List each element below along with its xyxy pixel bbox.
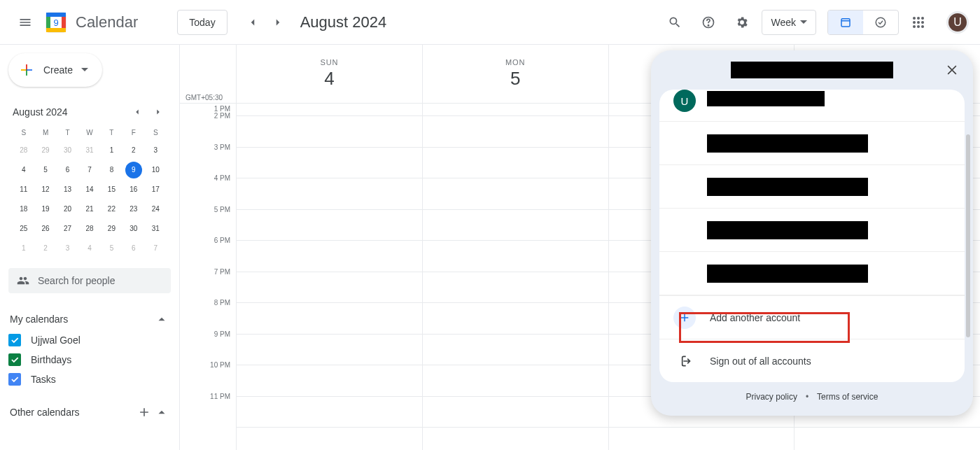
- mini-day[interactable]: 24: [147, 201, 164, 218]
- mini-day[interactable]: 19: [37, 201, 54, 218]
- tasks-view-toggle[interactable]: [863, 10, 898, 34]
- calendar-item[interactable]: Tasks: [8, 373, 171, 386]
- apps-button[interactable]: [904, 8, 932, 36]
- mini-day[interactable]: 31: [147, 220, 164, 237]
- mini-day[interactable]: 16: [125, 181, 142, 198]
- time-slot[interactable]: [423, 303, 608, 335]
- time-slot[interactable]: [423, 148, 608, 179]
- mini-day[interactable]: 6: [125, 240, 142, 257]
- mini-day[interactable]: 31: [81, 142, 98, 159]
- calendar-checkbox[interactable]: [8, 353, 21, 366]
- mini-day[interactable]: 13: [59, 181, 76, 198]
- support-button[interactable]: [694, 8, 722, 36]
- popup-scrollbar[interactable]: [966, 134, 970, 337]
- mini-day[interactable]: 4: [81, 240, 98, 257]
- create-button[interactable]: Create: [8, 53, 102, 87]
- time-slot[interactable]: [237, 335, 422, 366]
- mini-day[interactable]: 9: [125, 162, 142, 178]
- mini-day[interactable]: 20: [59, 201, 76, 218]
- mini-day[interactable]: 14: [81, 181, 98, 198]
- mini-day[interactable]: 30: [125, 220, 142, 237]
- time-slot[interactable]: [423, 104, 608, 116]
- mini-day[interactable]: 23: [125, 201, 142, 218]
- account-row[interactable]: [659, 252, 965, 295]
- account-row[interactable]: [659, 122, 965, 165]
- sign-out-button[interactable]: Sign out of all accounts: [659, 339, 965, 382]
- day-header[interactable]: MON5: [422, 45, 608, 103]
- add-account-button[interactable]: Add another account: [659, 295, 965, 339]
- mini-day[interactable]: 4: [15, 162, 32, 178]
- mini-day[interactable]: 30: [59, 142, 76, 159]
- time-slot[interactable]: [237, 116, 422, 148]
- mini-day[interactable]: 29: [103, 220, 120, 237]
- account-row[interactable]: [659, 209, 965, 252]
- mini-day[interactable]: 21: [81, 201, 98, 218]
- mini-day[interactable]: 12: [37, 181, 54, 198]
- today-button[interactable]: Today: [177, 10, 227, 35]
- mini-day[interactable]: 3: [147, 142, 164, 159]
- calendar-checkbox[interactable]: [8, 373, 21, 386]
- mini-day[interactable]: 1: [15, 240, 32, 257]
- calendar-item[interactable]: Ujjwal Goel: [8, 334, 171, 346]
- mini-day[interactable]: 7: [147, 240, 164, 257]
- mini-day[interactable]: 11: [15, 181, 32, 198]
- prev-week-button[interactable]: [241, 11, 264, 34]
- mini-day[interactable]: 28: [15, 142, 32, 159]
- mini-day[interactable]: 5: [103, 240, 120, 257]
- mini-day[interactable]: 22: [103, 201, 120, 218]
- time-slot[interactable]: [237, 272, 422, 304]
- settings-button[interactable]: [728, 8, 756, 36]
- mini-day[interactable]: 18: [15, 201, 32, 218]
- day-column[interactable]: [236, 104, 422, 450]
- mini-day[interactable]: 3: [59, 240, 76, 257]
- account-row[interactable]: [659, 165, 965, 209]
- account-row-current[interactable]: U: [659, 90, 965, 122]
- popup-close-button[interactable]: [942, 60, 962, 80]
- time-slot[interactable]: [423, 178, 608, 210]
- mini-day[interactable]: 1: [103, 142, 120, 159]
- time-slot[interactable]: [423, 116, 608, 148]
- mini-day[interactable]: 28: [81, 220, 98, 237]
- mini-day[interactable]: 7: [81, 162, 98, 178]
- calendar-checkbox[interactable]: [8, 334, 21, 346]
- main-menu-button[interactable]: [11, 8, 39, 36]
- time-slot[interactable]: [237, 397, 422, 428]
- calendar-item[interactable]: Birthdays: [8, 353, 171, 366]
- time-slot[interactable]: [423, 397, 608, 428]
- plus-icon[interactable]: [137, 405, 151, 419]
- time-slot[interactable]: [237, 365, 422, 397]
- time-slot[interactable]: [423, 272, 608, 304]
- privacy-link[interactable]: Privacy policy: [746, 392, 797, 402]
- mini-day[interactable]: 5: [37, 162, 54, 178]
- my-calendars-toggle[interactable]: My calendars: [8, 310, 171, 328]
- mini-day[interactable]: 2: [37, 240, 54, 257]
- time-slot[interactable]: [237, 148, 422, 179]
- time-slot[interactable]: [237, 104, 422, 116]
- calendar-view-toggle[interactable]: [828, 10, 863, 34]
- day-header[interactable]: SUN4: [236, 45, 422, 103]
- terms-link[interactable]: Terms of service: [817, 392, 878, 402]
- mini-day[interactable]: 2: [125, 142, 142, 159]
- mini-day[interactable]: 25: [15, 220, 32, 237]
- next-week-button[interactable]: [267, 11, 289, 34]
- mini-day[interactable]: 10: [147, 162, 164, 178]
- mini-day[interactable]: 27: [59, 220, 76, 237]
- search-button[interactable]: [661, 8, 689, 36]
- time-slot[interactable]: [237, 210, 422, 241]
- mini-day[interactable]: 26: [37, 220, 54, 237]
- time-slot[interactable]: [423, 210, 608, 241]
- mini-day[interactable]: 29: [37, 142, 54, 159]
- time-slot[interactable]: [237, 241, 422, 272]
- time-slot[interactable]: [237, 303, 422, 335]
- mini-next-month[interactable]: [150, 104, 167, 120]
- mini-day[interactable]: 17: [147, 181, 164, 198]
- mini-day[interactable]: 15: [103, 181, 120, 198]
- time-slot[interactable]: [423, 241, 608, 272]
- time-slot[interactable]: [237, 178, 422, 210]
- time-slot[interactable]: [423, 335, 608, 366]
- time-slot[interactable]: [423, 365, 608, 397]
- view-selector[interactable]: Week: [762, 10, 816, 35]
- search-people-input[interactable]: Search for people: [8, 268, 171, 293]
- other-calendars-toggle[interactable]: Other calendars: [8, 402, 171, 422]
- mini-day[interactable]: 6: [59, 162, 76, 178]
